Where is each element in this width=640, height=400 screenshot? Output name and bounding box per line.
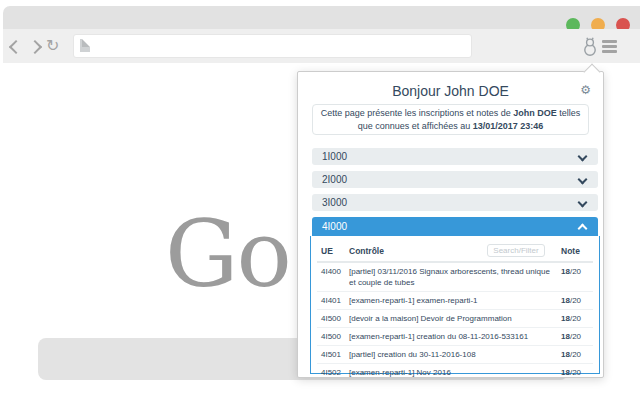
chevron-down-icon: [578, 175, 588, 185]
info-datetime: 13/01/2017 23:46: [473, 121, 544, 131]
controle-cell: [devoir a la maison] Devoir de Programma…: [345, 310, 557, 328]
info-message: Cette page présente les inscriptions et …: [312, 104, 589, 135]
controle-cell: [partiel] creation du 30-11-2016-108: [345, 346, 557, 364]
controle-cell: [partiel] 03/11/2016 Signaux arborescent…: [345, 262, 557, 292]
table-row: 4I502 [examen-reparti-1] Nov 2016 18/20: [317, 364, 593, 382]
controle-cell: [examen-reparti-1] creation du 08-11-201…: [345, 328, 557, 346]
info-user-name: John DOE: [513, 108, 557, 118]
header-controle: Contrôle: [345, 241, 557, 262]
ue-cell: 4I500: [317, 310, 345, 328]
window-titlebar: [3, 6, 640, 29]
note-cell: 18/20: [557, 346, 593, 364]
table-row: 4I400 [partiel] 03/11/2016 Signaux arbor…: [317, 262, 593, 292]
table-row: 4I500 [devoir a la maison] Devoir de Pro…: [317, 310, 593, 328]
header-ue: UE: [317, 241, 345, 262]
extension-popup: Bonjour John DOE ⚙ Cette page présente l…: [297, 71, 604, 378]
table-row: 4I401 [examen-reparti-1] examen-reparti-…: [317, 292, 593, 310]
reload-icon[interactable]: ↻: [46, 36, 59, 55]
accordion-label: 4I000: [322, 221, 347, 232]
search-input[interactable]: [487, 244, 545, 257]
accordion-label: 1I000: [322, 151, 347, 162]
accordion-item-1I000[interactable]: 1I000: [312, 148, 598, 165]
address-bar[interactable]: [73, 34, 472, 58]
ue-cell: 4I401: [317, 292, 345, 310]
note-cell: 18/20: [557, 310, 593, 328]
ue-cell: 4I500: [317, 328, 345, 346]
menu-icon[interactable]: [602, 40, 617, 55]
chevron-down-icon: [578, 152, 588, 162]
accordion-item-4I000[interactable]: 4I000: [312, 217, 598, 236]
accordion-item-3I000[interactable]: 3I000: [312, 194, 598, 211]
chevron-up-icon: [578, 224, 588, 234]
controle-cell: [examen-reparti-1] examen-reparti-1: [345, 292, 557, 310]
note-cell: 18/20: [557, 292, 593, 310]
expanded-panel: UE Contrôle Note 4I400 [partiel] 03/11/2…: [310, 236, 600, 374]
accordion-item-2I000[interactable]: 2I000: [312, 171, 598, 188]
controle-cell: [examen-reparti-1] Nov 2016: [345, 364, 557, 382]
notes-table: UE Contrôle Note 4I400 [partiel] 03/11/2…: [317, 241, 593, 381]
note-cell: 18/20: [557, 262, 593, 292]
google-logo: Go: [165, 209, 290, 301]
note-cell: 18/20: [557, 328, 593, 346]
extension-icon[interactable]: [581, 37, 599, 57]
ue-cell: 4I400: [317, 262, 345, 292]
table-row: 4I500 [examen-reparti-1] creation du 08-…: [317, 328, 593, 346]
ue-cell: 4I501: [317, 346, 345, 364]
accordion-label: 2I000: [322, 174, 347, 185]
note-cell: 18/20: [557, 364, 593, 382]
chevron-down-icon: [578, 198, 588, 208]
accordion: 1I000 2I000 3I000 4I000: [312, 148, 598, 236]
popup-title: Bonjour John DOE: [298, 83, 603, 99]
accordion-label: 3I000: [322, 197, 347, 208]
table-header-row: UE Contrôle Note: [317, 241, 593, 262]
page-icon: [80, 39, 90, 52]
ue-cell: 4I502: [317, 364, 345, 382]
info-text-1: Cette page présente les inscriptions et …: [321, 108, 514, 118]
header-note: Note: [557, 241, 593, 262]
table-row: 4I501 [partiel] creation du 30-11-2016-1…: [317, 346, 593, 364]
gear-icon[interactable]: ⚙: [580, 83, 591, 97]
